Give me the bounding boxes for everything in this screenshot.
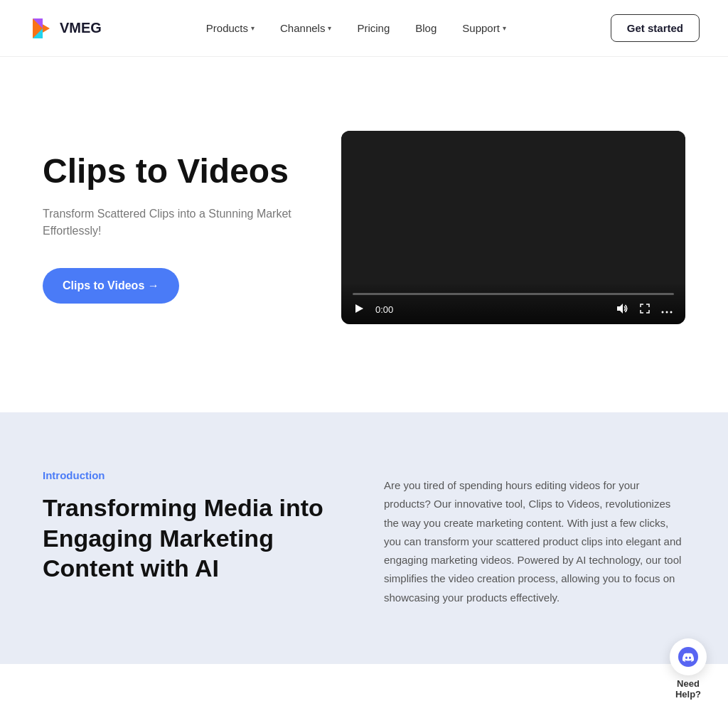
video-controls: 0:00 <box>341 284 685 324</box>
intro-right: Are you tired of spending hours editing … <box>384 469 685 607</box>
mute-button[interactable] <box>616 302 630 317</box>
navbar: VMEG Products ▾ Channels ▾ Pricing Blog … <box>0 0 728 57</box>
video-time: 0:00 <box>375 304 393 315</box>
logo-text: VMEG <box>60 20 102 36</box>
chevron-down-icon: ▾ <box>328 24 331 32</box>
discord-widget: NeedHelp? <box>670 638 707 664</box>
play-button[interactable] <box>353 302 365 317</box>
discord-button[interactable] <box>670 638 707 664</box>
video-player[interactable]: 0:00 <box>341 131 685 324</box>
logo-icon <box>28 16 54 41</box>
intro-section: Introduction Transforming Media into Eng… <box>0 412 728 664</box>
intro-heading: Transforming Media into Engaging Marketi… <box>43 493 341 584</box>
svg-point-5 <box>662 311 664 313</box>
discord-icon <box>678 647 698 664</box>
hero-subtitle: Transform Scattered Clips into a Stunnin… <box>43 205 313 240</box>
nav-item-pricing[interactable]: Pricing <box>357 22 390 34</box>
fullscreen-button[interactable] <box>638 302 651 317</box>
video-progress-bar[interactable] <box>353 293 674 295</box>
nav-item-blog[interactable]: Blog <box>415 22 437 34</box>
svg-point-7 <box>670 311 673 313</box>
intro-body: Are you tired of spending hours editing … <box>384 476 685 607</box>
hero-section: Clips to Videos Transform Scattered Clip… <box>0 57 728 412</box>
nav-link-products[interactable]: Products <box>206 22 248 34</box>
hero-title: Clips to Videos <box>43 151 313 191</box>
chevron-down-icon: ▾ <box>503 24 506 32</box>
svg-marker-4 <box>617 304 623 314</box>
nav-link-pricing[interactable]: Pricing <box>357 22 390 34</box>
svg-marker-3 <box>355 304 363 313</box>
chevron-down-icon: ▾ <box>251 24 255 32</box>
more-options-button[interactable] <box>660 302 674 317</box>
nav-link-support[interactable]: Support <box>462 22 500 34</box>
svg-point-6 <box>666 311 668 313</box>
video-player-wrapper: 0:00 <box>341 131 685 324</box>
nav-link-channels[interactable]: Channels <box>280 22 325 34</box>
nav-item-channels[interactable]: Channels ▾ <box>280 22 331 34</box>
intro-left: Introduction Transforming Media into Eng… <box>43 469 341 584</box>
intro-label: Introduction <box>43 469 341 481</box>
get-started-button[interactable]: Get started <box>611 14 700 42</box>
video-right-controls <box>616 302 674 317</box>
nav-item-support[interactable]: Support ▾ <box>462 22 506 34</box>
clips-to-videos-button[interactable]: Clips to Videos → <box>43 268 179 304</box>
logo[interactable]: VMEG <box>28 16 102 41</box>
nav-links: Products ▾ Channels ▾ Pricing Blog Suppo… <box>206 22 506 34</box>
hero-left: Clips to Videos Transform Scattered Clip… <box>43 151 313 303</box>
nav-link-blog[interactable]: Blog <box>415 22 437 34</box>
nav-item-products[interactable]: Products ▾ <box>206 22 255 34</box>
video-bottom-controls: 0:00 <box>353 302 674 317</box>
